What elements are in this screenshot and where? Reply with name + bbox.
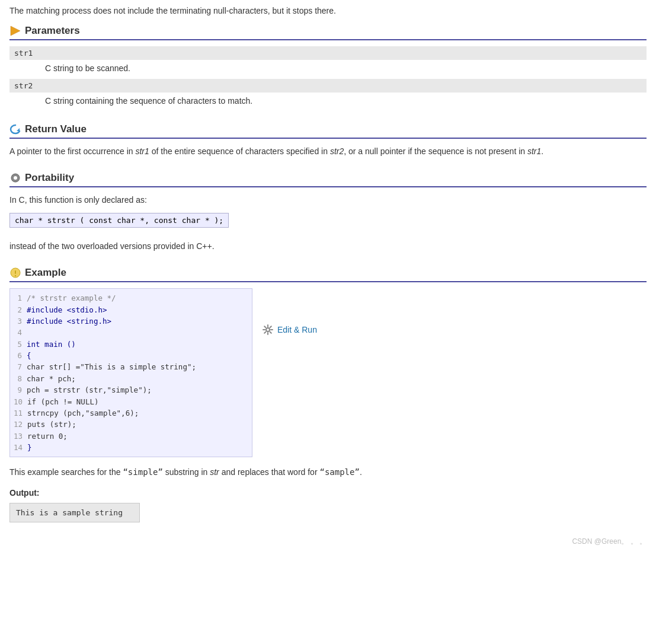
example-header: Example [9, 267, 647, 282]
line-number: 2 [10, 304, 27, 315]
code-block-container: 1/* strstr example */2#include <stdio.h>… [9, 288, 647, 457]
line-code-text: puts (str); [27, 419, 76, 430]
example-desc-simple: “simple” [123, 467, 162, 477]
code-line: 13 return 0; [10, 431, 252, 442]
line-code-text: char * pch; [27, 373, 76, 384]
edit-run-button[interactable]: Edit & Run [262, 324, 317, 336]
return-value-section: Return Value A pointer to the first occu… [9, 123, 647, 158]
param-name-str2: str2 [9, 79, 647, 93]
code-line: 7 char str[] ="This is a simple string"; [10, 361, 252, 372]
line-number: 8 [10, 373, 27, 384]
portability-heading: Portability [25, 172, 74, 184]
example-description: This example searches for the “simple” s… [9, 466, 647, 479]
example-desc-and: and replaces that word for [219, 467, 320, 477]
return-value-body: A pointer to the first occurrence in str… [9, 145, 647, 158]
watermark: CSDN @Green。 。 。 [9, 537, 647, 547]
output-box: This is a sample string [9, 503, 140, 522]
code-block: 1/* strstr example */2#include <stdio.h>… [9, 288, 252, 457]
example-desc-middle: substring in [163, 467, 210, 477]
line-number: 3 [10, 315, 27, 327]
svg-point-7 [266, 328, 270, 331]
line-code-text: { [27, 350, 31, 361]
example-desc-sample: “sample” [319, 467, 359, 477]
line-code-text: #include <string.h> [27, 315, 111, 327]
svg-rect-5 [15, 270, 16, 274]
line-code-text: int main () [27, 339, 76, 350]
code-line: 12 puts (str); [10, 419, 252, 430]
param-desc-str2: C string containing the sequence of char… [9, 93, 647, 111]
code-line: 8 char * pch; [10, 373, 252, 384]
line-code-text: } [27, 442, 32, 453]
return-value-text: A pointer to the first occurrence in str… [9, 145, 647, 158]
svg-marker-0 [11, 26, 20, 36]
code-line: 10 if (pch != NULL) [10, 396, 252, 407]
param-desc-row-str2: C string containing the sequence of char… [9, 93, 647, 111]
svg-marker-1 [17, 128, 20, 131]
line-number: 14 [10, 442, 27, 453]
code-line: 6{ [10, 350, 252, 361]
parameters-section: Parameters str1 C string to be scanned. … [9, 25, 647, 111]
line-code-text: char str[] ="This is a simple string"; [27, 361, 196, 372]
line-number: 1 [10, 292, 27, 304]
portability-after: instead of the two overloaded versions p… [9, 240, 647, 253]
param-desc-str1: C string to be scanned. [9, 60, 647, 79]
rv-text-2: of the entire sequence of characters spe… [149, 146, 330, 156]
line-number: 11 [10, 407, 27, 419]
rv-text-3: , or a null pointer if the sequence is n… [344, 146, 527, 156]
example-section: Example 1/* strstr example */2#include <… [9, 267, 647, 522]
param-name-str1: str1 [9, 46, 647, 60]
portability-body: In C, this function is only declared as:… [9, 193, 647, 253]
line-number: 5 [10, 339, 27, 350]
parameters-table: str1 C string to be scanned. str2 C stri… [9, 46, 647, 111]
svg-point-6 [15, 275, 16, 276]
line-number: 13 [10, 431, 27, 442]
rv-str1-2: str1 [527, 146, 541, 156]
return-value-icon [9, 123, 21, 135]
gear-icon [262, 324, 274, 336]
code-line: 9 pch = strstr (str,"simple"); [10, 384, 252, 396]
portability-section: Portability In C, this function is only … [9, 172, 647, 253]
line-code-text: strncpy (pch,"sample",6); [27, 407, 139, 419]
line-number: 9 [10, 384, 27, 396]
parameters-heading: Parameters [25, 25, 80, 37]
output-label: Output: [9, 486, 647, 499]
edit-run-label: Edit & Run [277, 325, 317, 334]
line-code-text: if (pch != NULL) [27, 396, 98, 407]
code-line: 14} [10, 442, 252, 453]
parameters-header: Parameters [9, 25, 647, 40]
parameters-icon [9, 25, 21, 37]
portability-header: Portability [9, 172, 647, 187]
return-value-heading: Return Value [25, 123, 87, 135]
code-line: 5int main () [10, 339, 252, 350]
example-desc-after: . [360, 467, 362, 477]
code-line: 4 [10, 327, 252, 338]
param-desc-row-str1: C string to be scanned. [9, 60, 647, 79]
param-row-str1: str1 [9, 46, 647, 60]
example-body: 1/* strstr example */2#include <stdio.h>… [9, 288, 647, 522]
rv-text-4: . [541, 146, 543, 156]
rv-text-1: A pointer to the first occurrence in [9, 146, 135, 156]
rv-str1: str1 [135, 146, 149, 156]
return-value-header: Return Value [9, 123, 647, 139]
rv-str2: str2 [330, 146, 344, 156]
line-code-text: #include <stdio.h> [27, 304, 107, 315]
line-number: 7 [10, 361, 27, 372]
code-line: 1/* strstr example */ [10, 292, 252, 304]
code-line: 11 strncpy (pch,"sample",6); [10, 407, 252, 419]
portability-icon [9, 172, 21, 184]
code-line: 3#include <string.h> [10, 315, 252, 327]
code-line: 2#include <stdio.h> [10, 304, 252, 315]
line-number: 4 [10, 327, 27, 338]
line-code-text: return 0; [27, 431, 68, 442]
param-row-str2: str2 [9, 79, 647, 93]
portability-code: char * strstr ( const char *, const char… [9, 213, 229, 228]
line-number: 10 [10, 396, 27, 407]
line-code-text: /* strstr example */ [27, 292, 116, 304]
example-desc-str: str [210, 467, 219, 477]
example-desc-before: This example searches for the [9, 467, 123, 477]
intro-text: The matching process does not include th… [9, 6, 647, 15]
example-icon [9, 267, 21, 279]
line-code-text: pch = strstr (str,"simple"); [27, 384, 152, 396]
line-number: 6 [10, 350, 27, 361]
portability-before: In C, this function is only declared as: [9, 193, 647, 206]
